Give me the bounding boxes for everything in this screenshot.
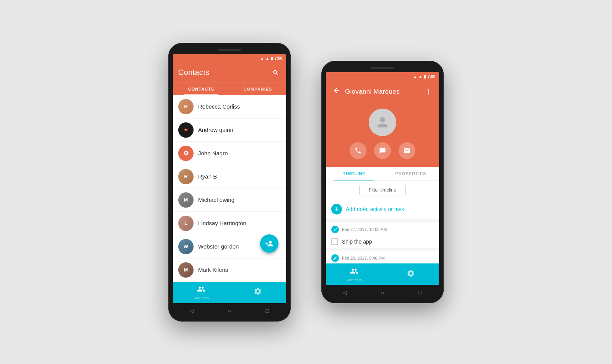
list-item[interactable]: R Ryan B — [173, 165, 286, 188]
contact-detail-title: Giovanni Marques — [345, 88, 400, 96]
avatar-rebecca: R — [178, 99, 194, 114]
back-btn[interactable]: ◁ — [188, 307, 195, 315]
contact-name-rebecca: Rebecca Corliss — [198, 103, 240, 110]
bottom-nav-1: Contacts — [173, 282, 286, 303]
big-avatar — [369, 109, 396, 136]
list-item[interactable]: R Rebecca Corliss — [173, 95, 286, 119]
status-icons-2: ▲ ▲ ▮ 7:00 — [413, 75, 435, 79]
avatar-lindsay: L — [178, 216, 194, 231]
time-1: 7:00 — [275, 56, 282, 60]
phone2-screen: ▲ ▲ ▮ 7:00 Giovanni Marques — [326, 72, 439, 285]
recents-btn[interactable]: □ — [264, 307, 271, 315]
scene: ▲ ▲ ▮ 7:00 Contacts CONTACTS — [0, 28, 612, 337]
contacts-nav-icon-2 — [350, 267, 358, 277]
signal-icon: ▲ — [265, 56, 269, 60]
tab-timeline[interactable]: TIMELINE — [326, 167, 382, 180]
list-item[interactable]: M Mark Kilens — [173, 258, 286, 282]
battery-icon-2: ▮ — [424, 75, 426, 79]
nav-contacts-2[interactable]: Contacts — [326, 263, 382, 285]
phone1-screen: ▲ ▲ ▮ 7:00 Contacts CONTACTS — [173, 54, 286, 303]
avatar-michael: M — [178, 192, 194, 208]
phone-contacts: ▲ ▲ ▮ 7:00 Contacts CONTACTS — [168, 43, 291, 322]
contact-list: R Rebecca Corliss ★ Andrew quinn ⚙ John … — [173, 95, 286, 282]
filter-timeline-button[interactable]: Filter timeline — [359, 185, 405, 195]
contact-name-ryan: Ryan B — [198, 173, 217, 180]
app-bar-1: Contacts — [173, 63, 286, 83]
list-item[interactable]: L Lindsay Harrington — [173, 212, 286, 235]
contact-name-andrew: Andrew quinn — [198, 127, 233, 133]
settings-nav-icon-2 — [407, 269, 415, 280]
call-button[interactable] — [350, 142, 366, 159]
avatar-andrew: ★ — [178, 122, 194, 138]
avatar-john: ⚙ — [178, 146, 194, 161]
list-item[interactable]: ⚙ John Nagro — [173, 142, 286, 165]
more-button[interactable] — [423, 86, 434, 97]
nav-settings[interactable] — [230, 282, 286, 303]
home-btn[interactable]: ○ — [226, 307, 233, 315]
status-bar-2: ▲ ▲ ▮ 7:00 — [326, 72, 439, 81]
battery-icon: ▮ — [271, 56, 273, 60]
avatar-webster: W — [178, 239, 194, 254]
tab-contacts[interactable]: CONTACTS — [173, 83, 230, 95]
list-item[interactable]: ★ Andrew quinn — [173, 119, 286, 142]
timeline-group-2: Feb 20, 2017, 5:46 PM — [326, 251, 439, 263]
avatar-ryan: R — [178, 169, 194, 184]
timeline-group-1: Feb 27, 2017, 12:00 AM Ship the app — [326, 223, 439, 248]
contact-header — [326, 102, 439, 167]
timeline-edit-icon — [331, 254, 339, 262]
status-bar-1: ▲ ▲ ▮ 7:00 — [173, 54, 286, 63]
contacts-nav-icon — [197, 285, 205, 295]
contact-name-john: John Nagro — [198, 150, 228, 156]
android-nav-2: ◁ ○ □ — [326, 285, 439, 299]
timeline-date-2: Feb 20, 2017, 5:46 PM — [326, 251, 439, 263]
contact-name-lindsay: Lindsay Harrington — [198, 220, 246, 226]
contact-name-michael: Michael ewing — [198, 197, 234, 203]
message-button[interactable] — [374, 142, 391, 159]
timeline-content: Filter timeline Add note, activity or ta… — [326, 181, 439, 263]
detail-tabs: TIMELINE PROPERTIES — [326, 167, 439, 181]
status-icons-1: ▲ ▲ ▮ 7:00 — [260, 56, 282, 60]
tabs-1: CONTACTS COMPANIES — [173, 83, 286, 95]
back-btn-2[interactable]: ◁ — [341, 289, 348, 296]
search-button[interactable] — [271, 68, 281, 78]
phone-detail: ▲ ▲ ▮ 7:00 Giovanni Marques — [321, 61, 444, 303]
app-title-1: Contacts — [178, 68, 209, 77]
nav-settings-2[interactable] — [382, 263, 439, 285]
app-bar-actions-1 — [271, 68, 281, 78]
add-note-row[interactable]: Add note, activity or task — [326, 199, 439, 219]
fab-add-contact[interactable] — [260, 234, 278, 253]
nav-contacts-label-2: Contacts — [347, 278, 362, 282]
task-checkbox[interactable] — [331, 238, 338, 245]
settings-nav-icon — [254, 287, 262, 297]
tab-properties[interactable]: PROPERTIES — [382, 167, 439, 180]
wifi-icon-2: ▲ — [413, 75, 417, 79]
task-label-ship-app: Ship the app — [342, 239, 372, 245]
timeline-check-icon — [331, 226, 339, 233]
home-btn-2[interactable]: ○ — [379, 289, 386, 296]
app-bar-2: Giovanni Marques — [326, 81, 439, 102]
back-button[interactable] — [331, 85, 342, 98]
email-button[interactable] — [399, 142, 415, 159]
add-icon — [331, 204, 342, 214]
android-nav-1: ◁ ○ □ — [173, 303, 286, 317]
tab-companies[interactable]: COMPANIES — [230, 83, 286, 95]
nav-contacts-label: Contacts — [194, 296, 209, 300]
contact-name-webster: Webster gordon — [198, 243, 239, 250]
action-buttons — [350, 142, 415, 159]
time-2: 7:00 — [428, 75, 435, 79]
contact-name-mark: Mark Kilens — [198, 266, 228, 273]
recents-btn-2[interactable]: □ — [417, 289, 424, 296]
bottom-nav-2: Contacts — [326, 263, 439, 285]
nav-contacts[interactable]: Contacts — [173, 282, 230, 303]
signal-icon-2: ▲ — [418, 75, 422, 79]
list-item[interactable]: M Michael ewing — [173, 188, 286, 212]
wifi-icon: ▲ — [260, 56, 264, 60]
timeline-item-ship-app[interactable]: Ship the app — [326, 235, 439, 248]
add-note-label: Add note, activity or task — [346, 206, 404, 212]
timeline-date-1: Feb 27, 2017, 12:00 AM — [326, 223, 439, 235]
filter-row: Filter timeline — [326, 181, 439, 199]
avatar-mark: M — [178, 262, 194, 278]
